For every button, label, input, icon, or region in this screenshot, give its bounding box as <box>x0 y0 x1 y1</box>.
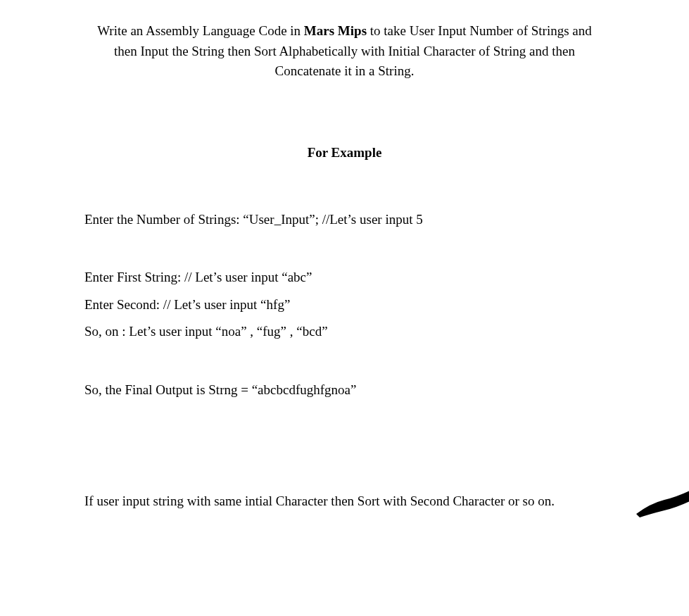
example-line-1: Enter the Number of Strings: “User_Input… <box>84 210 605 230</box>
pen-mark-decoration <box>636 489 689 524</box>
example-line-2: Enter First String: // Let’s user input … <box>84 268 605 288</box>
problem-statement: Write an Assembly Language Code in Mars … <box>84 21 605 82</box>
header-pre: Write an Assembly Language Code in <box>97 23 304 38</box>
document-page: Write an Assembly Language Code in Mars … <box>0 0 689 512</box>
note-line: If user input string with same intial Ch… <box>84 491 605 512</box>
example-output: So, the Final Output is Strng = “abcbcdf… <box>84 380 605 401</box>
header-bold: Mars Mips <box>304 23 367 38</box>
example-line-3: Enter Second: // Let’s user input “hfg” <box>84 295 605 315</box>
for-example-header: For Example <box>84 145 605 161</box>
example-line-4: So, on : Let’s user input “noa” , “fug” … <box>84 322 605 342</box>
